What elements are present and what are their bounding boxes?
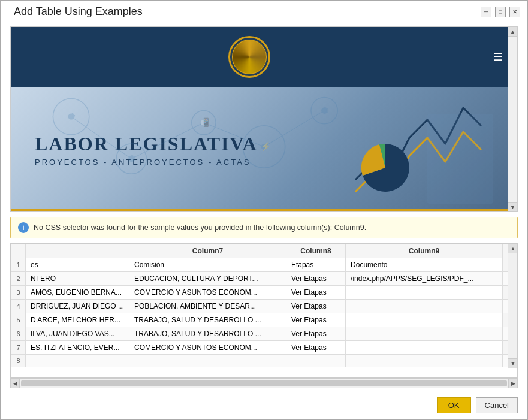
ok-button[interactable]: OK — [437, 397, 471, 413]
svg-line-13 — [131, 123, 204, 159]
menu-icon[interactable]: ☰ — [493, 50, 503, 64]
cell-5-col7[interactable]: TRABAJO, SALUD Y DESARROLLO ... — [129, 313, 286, 327]
table-row: 1 es Comisión Etapas Documento — [11, 258, 517, 272]
table-scroll-up-button[interactable]: ▲ — [508, 244, 518, 253]
svg-text:PANAMÁ: PANAMÁ — [243, 69, 256, 72]
table-row: 5 D ARCE, MELCHOR HER... TRABAJO, SALUD … — [11, 313, 517, 327]
minimize-button[interactable]: ─ — [481, 7, 491, 17]
preview-banner: ⚙ ⬡ 📱 ⚡ ⬡ LABOR LEGISLATIVA PROYECTOS - … — [11, 87, 517, 212]
col-header-col9: Column9 — [346, 244, 503, 258]
table-row: 3 AMOS, EUGENIO BERNA... COMERCIO Y ASUN… — [11, 286, 517, 300]
row-num-8: 8 — [11, 355, 26, 367]
web-preview: PANAMÁ ☰ — [10, 26, 518, 212]
cell-3-col8[interactable]: Ver Etapas — [286, 286, 345, 300]
cell-8-col8[interactable] — [286, 355, 345, 367]
scroll-up-button[interactable]: ▲ — [508, 27, 518, 37]
col-header-rownum — [11, 244, 26, 258]
table-row: 6 ILVA, JUAN DIEGO VAS... TRABAJO, SALUD… — [11, 327, 517, 341]
cell-5-col9[interactable] — [346, 313, 503, 327]
cell-7-col7[interactable]: COMERCIO Y ASUNTOS ECONOM... — [129, 341, 286, 355]
preview-logo: PANAMÁ — [228, 36, 270, 78]
cell-5-unnamed[interactable]: D ARCE, MELCHOR HER... — [26, 313, 129, 327]
table-row: 8 — [11, 355, 517, 367]
table-wrapper: Column7 Column8 Column9 + 1 es Comisión … — [10, 243, 518, 378]
table-row: 2 NTERO EDUCACION, CULTURA Y DEPORT... V… — [11, 272, 517, 286]
banner-chart-area — [349, 96, 499, 204]
row-num-7: 7 — [11, 341, 26, 355]
info-icon: i — [18, 222, 29, 233]
main-window: Add Table Using Examples ─ □ ✕ — [0, 0, 528, 420]
cell-5-col8[interactable]: Ver Etapas — [286, 313, 345, 327]
svg-rect-26 — [427, 114, 493, 204]
svg-text:⚡: ⚡ — [261, 141, 271, 152]
svg-point-5 — [239, 49, 242, 51]
cell-4-unnamed[interactable]: DRRIGUEZ, JUAN DIEGO ... — [26, 300, 129, 313]
cell-6-unnamed[interactable]: ILVA, JUAN DIEGO VAS... — [26, 327, 129, 341]
cell-7-col9[interactable] — [346, 341, 503, 355]
cell-8-col9[interactable] — [346, 355, 503, 367]
preview-header: PANAMÁ ☰ — [11, 27, 517, 87]
cell-4-col9[interactable] — [346, 300, 503, 313]
footer: OK Cancel — [1, 392, 527, 419]
cell-1-col9[interactable]: Documento — [346, 258, 503, 272]
yellow-divider — [11, 209, 517, 212]
window-title: Add Table Using Examples — [14, 5, 143, 18]
cell-4-col8[interactable]: Ver Etapas — [286, 300, 345, 313]
cell-2-col7[interactable]: EDUCACION, CULTURA Y DEPORT... — [129, 272, 286, 286]
data-table: Column7 Column8 Column9 + 1 es Comisión … — [11, 244, 517, 367]
svg-point-2 — [246, 53, 253, 59]
table-scrollbar-bottom[interactable]: ◀ ▶ — [10, 378, 518, 388]
svg-text:⬡: ⬡ — [321, 105, 328, 115]
table-row: 4 DRRIGUEZ, JUAN DIEGO ... POBLACION, AM… — [11, 300, 517, 313]
row-num-4: 4 — [11, 300, 26, 313]
cell-1-unnamed[interactable]: es — [26, 258, 129, 272]
cell-2-col9[interactable]: /index.php/APPS/SEG_LEGIS/PDF_... — [346, 272, 503, 286]
info-message: No CSS selector was found for the sample… — [34, 223, 366, 232]
window-controls: ─ □ ✕ — [481, 7, 520, 17]
scroll-left-button[interactable]: ◀ — [10, 379, 20, 388]
cell-8-unnamed[interactable] — [26, 355, 129, 367]
row-num-3: 3 — [11, 286, 26, 300]
cell-3-unnamed[interactable]: AMOS, EUGENIO BERNA... — [26, 286, 129, 300]
scroll-right-button[interactable]: ▶ — [508, 379, 518, 388]
svg-point-4 — [257, 49, 260, 51]
scroll-down-button[interactable]: ▼ — [508, 202, 518, 211]
cell-2-col8[interactable]: Ver Etapas — [286, 272, 345, 286]
cell-8-col7[interactable] — [129, 355, 286, 367]
cell-2-unnamed[interactable]: NTERO — [26, 272, 129, 286]
svg-text:📱: 📱 — [201, 117, 212, 128]
cell-3-col7[interactable]: COMERCIO Y ASUNTOS ECONOM... — [129, 286, 286, 300]
cancel-button[interactable]: Cancel — [476, 397, 518, 413]
row-num-5: 5 — [11, 313, 26, 327]
row-num-1: 1 — [11, 258, 26, 272]
web-preview-scrollbar[interactable]: ▲ ▼ — [508, 27, 517, 211]
row-num-6: 6 — [11, 327, 26, 341]
cell-1-col7[interactable]: Comisión — [129, 258, 286, 272]
cell-7-col8[interactable]: Ver Etapas — [286, 341, 345, 355]
content-area: PANAMÁ ☰ — [1, 22, 527, 392]
table-row: 7 ES, ITZI ATENCIO, EVER... COMERCIO Y A… — [11, 341, 517, 355]
cell-1-col8[interactable]: Etapas — [286, 258, 345, 272]
cell-6-col8[interactable]: Ver Etapas — [286, 327, 345, 341]
row-num-2: 2 — [11, 272, 26, 286]
col-header-unnamed — [26, 244, 129, 258]
col-header-col7: Column7 — [129, 244, 286, 258]
svg-line-15 — [264, 111, 325, 147]
table-scroll-down-button[interactable]: ▼ — [508, 358, 518, 368]
svg-line-12 — [71, 117, 132, 159]
title-bar: Add Table Using Examples ─ □ ✕ — [1, 1, 527, 22]
svg-point-0 — [233, 40, 266, 74]
cell-7-unnamed[interactable]: ES, ITZI ATENCIO, EVER... — [26, 341, 129, 355]
cell-3-col9[interactable] — [346, 286, 503, 300]
table-header-row: Column7 Column8 Column9 + — [11, 244, 517, 258]
cell-4-col7[interactable]: POBLACION, AMBIENTE Y DESAR... — [129, 300, 286, 313]
col-header-col8: Column8 — [286, 244, 345, 258]
maximize-button[interactable]: □ — [495, 7, 506, 17]
table-scrollbar-right[interactable]: ▲ ▼ — [508, 244, 517, 368]
cell-6-col7[interactable]: TRABAJO, SALUD Y DESARROLLO ... — [129, 327, 286, 341]
svg-point-1 — [236, 44, 263, 70]
close-button[interactable]: ✕ — [509, 7, 520, 17]
cell-6-col9[interactable] — [346, 327, 503, 341]
svg-text:⚙: ⚙ — [68, 111, 76, 121]
scroll-thumb-horizontal[interactable] — [21, 380, 507, 386]
